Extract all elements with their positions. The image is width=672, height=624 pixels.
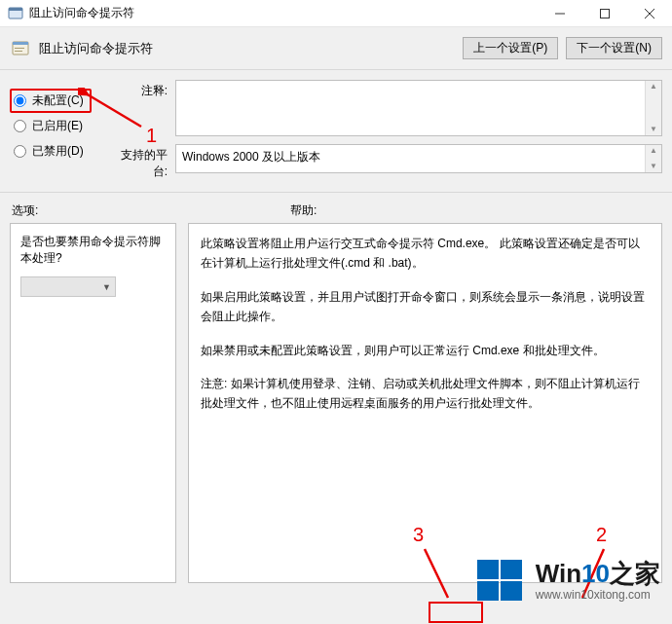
- help-paragraph: 注意: 如果计算机使用登录、注销、启动或关机批处理文件脚本，则不阻止计算机运行批…: [201, 374, 650, 414]
- radio-enabled[interactable]: [14, 120, 26, 132]
- options-label: 选项:: [12, 202, 290, 219]
- close-button[interactable]: [627, 0, 672, 27]
- highlight-ok-button: [429, 602, 483, 623]
- help-paragraph: 如果禁用或未配置此策略设置，则用户可以正常运行 Cmd.exe 和批处理文件。: [201, 341, 650, 360]
- svg-rect-7: [13, 42, 28, 45]
- svg-rect-9: [15, 51, 22, 52]
- platform-value: Windows 2000 及以上版本: [182, 150, 320, 164]
- fields-column: 注释: ▲▼ 支持的平台: Windows 2000 及以上版本 ▲▼: [117, 80, 662, 192]
- radio-not-configured[interactable]: [14, 94, 26, 107]
- comment-label: 注释:: [117, 80, 175, 99]
- titlebar: 阻止访问命令提示符: [0, 0, 672, 27]
- highlight-not-configured: 未配置(C): [10, 89, 92, 113]
- prev-setting-button[interactable]: 上一个设置(P): [463, 37, 558, 59]
- radio-not-configured-label: 未配置(C): [32, 92, 84, 109]
- comment-textarea[interactable]: ▲▼: [175, 80, 662, 136]
- window-title: 阻止访问命令提示符: [29, 5, 134, 21]
- pane-labels: 选项: 帮助:: [0, 193, 672, 223]
- app-icon: [8, 6, 23, 21]
- next-setting-button[interactable]: 下一个设置(N): [566, 37, 662, 59]
- watermark-url: www.win10xitong.com: [536, 588, 660, 602]
- platform-scrollbar[interactable]: ▲▼: [645, 145, 661, 172]
- options-question: 是否也要禁用命令提示符脚本处理?: [20, 234, 166, 267]
- radio-enabled-label: 已启用(E): [32, 118, 83, 134]
- svg-rect-8: [15, 48, 24, 49]
- help-paragraph: 如果启用此策略设置，并且用户试图打开命令窗口，则系统会显示一条消息，说明设置会阻…: [201, 287, 650, 327]
- header-row: 阻止访问命令提示符 上一个设置(P) 下一个设置(N): [0, 27, 672, 70]
- window-controls: [538, 0, 672, 26]
- svg-rect-3: [601, 10, 610, 18]
- svg-rect-16: [501, 581, 522, 601]
- options-combobox[interactable]: ▼: [20, 276, 116, 297]
- radio-enabled-row: 已启用(E): [10, 113, 117, 138]
- help-paragraph: 此策略设置将阻止用户运行交互式命令提示符 Cmd.exe。 此策略设置还确定是否…: [201, 234, 650, 274]
- header-title: 阻止访问命令提示符: [39, 40, 153, 57]
- help-label: 帮助:: [290, 202, 317, 219]
- panes: 是否也要禁用命令提示符脚本处理? ▼ 此策略设置将阻止用户运行交互式命令提示符 …: [0, 223, 672, 583]
- minimize-button[interactable]: [538, 0, 582, 27]
- platform-label: 支持的平台:: [117, 144, 175, 180]
- radio-not-configured-row: 未配置(C): [10, 88, 117, 113]
- radio-disabled-label: 已禁用(D): [32, 143, 84, 160]
- comment-scrollbar[interactable]: ▲▼: [645, 81, 661, 135]
- state-column: 未配置(C) 已启用(E) 已禁用(D): [10, 80, 117, 192]
- policy-icon: [10, 38, 31, 59]
- options-pane: 是否也要禁用命令提示符脚本处理? ▼: [10, 223, 176, 583]
- svg-rect-15: [477, 581, 499, 601]
- chevron-down-icon: ▼: [102, 282, 111, 292]
- platform-box: Windows 2000 及以上版本 ▲▼: [175, 144, 662, 173]
- config-region: 未配置(C) 已启用(E) 已禁用(D) 注释: ▲▼ 支持的平台: Windo…: [0, 70, 672, 193]
- radio-disabled-row: 已禁用(D): [10, 138, 117, 164]
- help-pane[interactable]: 此策略设置将阻止用户运行交互式命令提示符 Cmd.exe。 此策略设置还确定是否…: [188, 223, 662, 583]
- svg-rect-1: [9, 8, 22, 11]
- radio-disabled[interactable]: [14, 145, 26, 158]
- maximize-button[interactable]: [582, 0, 627, 27]
